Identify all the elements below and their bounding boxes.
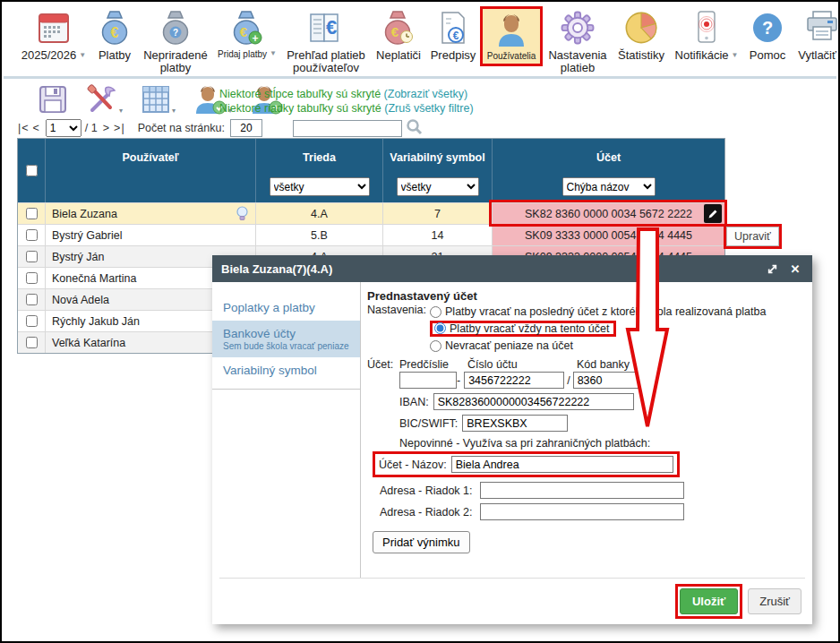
toolbar-item-pouzivatelia[interactable]: Používatelia [480,6,543,66]
money-bag-red-icon: € [381,8,416,47]
search-input[interactable] [293,120,402,137]
radio-no-refund[interactable] [430,340,441,352]
first-page-button[interactable]: |< [16,122,31,134]
next-page-button[interactable]: > [101,122,112,134]
annotation-edit-highlight: Upraviť [724,224,782,249]
sidebar-item-bankove-ucty[interactable]: Bankové účty Sem bude škola vracať penia… [212,321,360,357]
radio-this-account[interactable] [434,322,446,334]
main-toolbar: 2025/2026▼ € Platby ? Nepriradené platby… [4,2,836,79]
toolbar-item-pomoc[interactable]: ? Pomoc [743,6,792,62]
table-columns-icon [141,84,171,115]
prefix-input[interactable] [399,372,457,389]
per-page-input[interactable] [230,119,262,137]
modal-content: Prednastavený účet Nastavenia: Platby vr… [362,282,812,578]
show-all-columns-link[interactable]: (Zobraziť všetky) [384,88,468,100]
radio-label: Nevracať peniaze na účet [445,339,573,352]
search-icon[interactable] [406,118,423,138]
column-header-symbol[interactable]: Variabilný symbol [383,139,492,177]
school-year-label: 2025/2026 [21,49,76,62]
iban-label: IBAN: [399,396,429,408]
bic-input[interactable] [462,415,568,432]
sidebar-item-variabilny-symbol[interactable]: Variabilný symbol [212,357,360,383]
toolbar-item-predpisy[interactable]: € Predpisy [426,6,480,62]
svg-text:€: € [326,16,337,39]
table-row[interactable]: Bystrý Gabriel 5.B 14 SK09 3333 0000 005… [18,224,724,245]
row-checkbox[interactable] [26,337,38,348]
toolbar-item-vytlacit[interactable]: Vytlačiť▼ [792,6,840,62]
edit-row-button[interactable]: Upraviť [726,227,779,246]
notifikacie-label: Notifikácie [675,49,729,62]
columns-button[interactable]: ▾ [141,84,176,115]
table-row[interactable]: Biela Zuzana 4.A 7 SK82 8360 0000 0034 5… [18,202,724,224]
account-number-input[interactable] [464,372,564,389]
modal-title: Biela Zuzana(7)(4.A) [221,262,332,276]
page-select[interactable]: 1 [46,119,81,137]
select-all-checkbox[interactable] [26,165,38,176]
user-class: 5.B [255,225,382,245]
row-checkbox[interactable] [26,208,38,219]
save-table-button[interactable] [38,84,68,115]
pomoc-label: Pomoc [750,49,785,62]
caret-down-icon: ▼ [732,51,739,59]
separator-slash: / [567,374,570,387]
row-checkbox[interactable] [26,251,38,262]
pie-chart-icon [623,8,659,47]
calendar-icon [37,8,71,47]
toolbar-item-notifikacie[interactable]: Notifikácie▼ [670,6,743,62]
number-label: Číslo účtu [467,358,577,371]
address2-label: Adresa - Riadok 2: [380,506,480,519]
bank-code-input[interactable] [573,372,639,389]
row-checkbox[interactable] [26,294,38,305]
save-button[interactable]: Uložiť [680,588,738,614]
add-exception-button[interactable]: Pridať výnimku [373,531,470,553]
account-field-labels: Účet: Predčíslie Číslo účtu Kód banky [367,358,805,371]
sidebar-item-poplatky[interactable]: Poplatky a platby [212,295,360,321]
floppy-disk-icon [38,84,68,115]
address1-input[interactable] [480,482,684,499]
row-checkbox[interactable] [26,315,38,327]
toolbar-item-pridaj-platby[interactable]: €+ Pridaj platby▼ [213,6,281,59]
cancel-button[interactable]: Zrušiť [748,588,801,614]
last-page-button[interactable]: >| [112,122,127,134]
pridaj-platby-label: Pridaj platby [218,49,267,59]
account-name-input[interactable] [451,456,673,473]
toolbar-item-nepriradene-platby[interactable]: ? Nepriradené platby [138,6,213,75]
address2-input[interactable] [480,503,684,520]
expand-icon[interactable] [764,261,780,277]
close-icon[interactable]: ✕ [787,261,803,277]
toolbar-item-neplatici[interactable]: € Neplatiči [371,6,426,62]
row-checkbox[interactable] [26,229,38,241]
neplatici-label: Neplatiči [376,49,421,62]
toolbar-item-nastavenia-platieb[interactable]: Nastavenia platieb [543,6,613,75]
radio-last-account[interactable] [430,306,441,318]
per-page-label: Počet na stránku: [138,122,225,134]
sidebar-item-label: Bankové účty [223,327,355,340]
account-name-label: Účet - Názov: [379,459,447,471]
toolbar-item-prehlad-platieb[interactable]: € Prehľad platieb používateľov [281,6,371,75]
clear-filters-link[interactable]: (Zruš všetky filtre) [384,102,473,115]
user-name: Bystrý Gabriel [45,225,255,245]
toolbar-item-platby[interactable]: € Platby [91,6,138,62]
symbol-filter-select[interactable]: všetky [397,177,479,196]
column-header-account[interactable]: Účet [493,139,724,177]
annotation-radio-highlight: Platby vracať vždy na tento účet [430,321,616,337]
prev-page-button[interactable]: < [31,122,42,134]
row-checkbox[interactable] [26,272,38,284]
address1-label: Adresa - Riadok 1: [380,484,480,497]
class-filter-select[interactable]: všetky [270,177,370,196]
hidden-columns-notice: Niektoré stĺpce tabuľky sú skryté [219,88,384,100]
toolbar-item-statistiky[interactable]: Štatistiky [613,6,670,62]
sidebar-divider [212,389,360,390]
iban-input[interactable] [433,393,634,410]
table-settings-button[interactable]: ▾ [86,84,123,115]
predpisy-label: Predpisy [431,49,476,62]
radio-label: Platby vracať na posledný účet z ktorého… [445,305,766,318]
toolbar-item-school-year[interactable]: 2025/2026▼ [16,6,91,62]
edit-account-icon[interactable] [704,204,722,223]
column-header-user[interactable]: Používateľ [46,139,255,177]
account-row-label: Účet: [367,358,399,371]
sidebar-item-subtitle: Sem bude škola vracať peniaze [223,341,355,351]
account-filter-select[interactable]: Chýba názov [562,177,656,196]
column-header-class[interactable]: Trieda [256,139,382,177]
lightbulb-icon [236,206,248,224]
